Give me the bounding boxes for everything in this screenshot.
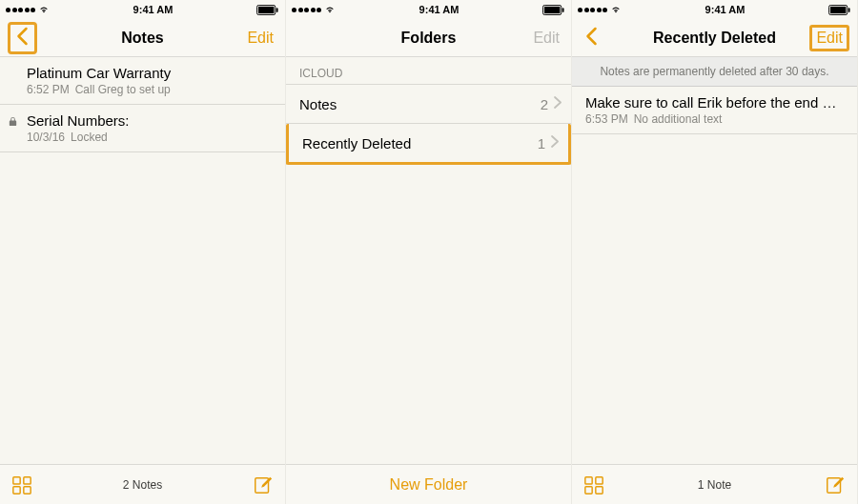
folder-count: 1 [538,135,545,151]
back-button[interactable] [580,25,603,51]
svg-rect-2 [276,8,278,12]
screen-notes-list: 9:41 AM Notes Edit Platinum Car Warranty… [0,0,286,504]
status-left [292,5,336,14]
svg-rect-5 [13,486,20,493]
note-item[interactable]: Serial Numbers: 10/3/16 Locked [0,105,285,152]
signal-dots-icon [578,8,607,12]
gallery-view-icon[interactable] [583,474,604,495]
chevron-right-icon [551,134,559,151]
deleted-list: Notes are permanently deleted after 30 d… [572,57,857,464]
notes-list: Platinum Car Warranty 6:52 PM Call Greg … [0,57,285,464]
status-bar: 9:41 AM [572,0,857,19]
note-title: Make sure to call Erik before the end of… [585,94,844,111]
svg-rect-10 [562,8,564,12]
deletion-banner: Notes are permanently deleted after 30 d… [572,57,857,87]
note-item[interactable]: Platinum Car Warranty 6:52 PM Call Greg … [0,57,285,105]
edit-button[interactable]: Edit [809,25,849,51]
battery-icon [828,5,851,15]
new-folder-button[interactable]: New Folder [286,476,571,494]
compose-icon[interactable] [253,474,274,495]
battery-icon [256,5,279,15]
svg-rect-9 [544,6,561,12]
note-time: 6:53 PM [585,112,628,126]
screen-folders: 9:41 AM Folders Edit ICLOUD Notes 2 Rece… [286,0,572,504]
status-left [6,5,50,14]
svg-rect-18 [827,477,841,493]
svg-rect-17 [596,486,603,493]
chevron-right-icon [554,95,562,112]
svg-rect-3 [13,476,20,483]
folder-count: 2 [541,96,548,112]
nav-bar: Recently Deleted Edit [572,19,857,57]
status-bar: 9:41 AM [0,0,285,19]
status-time: 9:41 AM [705,4,746,15]
wifi-icon [324,5,336,14]
status-left [578,5,622,14]
svg-rect-1 [258,6,275,12]
svg-rect-6 [24,486,31,493]
bottom-toolbar: New Folder [286,464,571,504]
folder-item-recently-deleted[interactable]: Recently Deleted 1 [286,124,571,165]
lock-icon [8,115,18,128]
status-time: 9:41 AM [133,4,174,15]
wifi-icon [38,5,50,14]
note-title: Serial Numbers: [27,112,272,129]
note-item[interactable]: Make sure to call Erik before the end of… [572,87,857,134]
svg-rect-13 [848,8,850,12]
folder-name: Notes [299,96,337,112]
svg-rect-4 [24,476,31,483]
bottom-toolbar: 1 Note [572,464,857,504]
signal-dots-icon [6,8,35,12]
signal-dots-icon [292,8,321,12]
edit-button[interactable]: Edit [529,28,563,49]
status-bar: 9:41 AM [286,0,571,19]
bottom-toolbar: 2 Notes [0,464,285,504]
wifi-icon [610,5,622,14]
folder-item-notes[interactable]: Notes 2 [286,84,571,124]
svg-rect-14 [585,476,592,483]
note-time: 10/3/16 [27,131,65,144]
folders-list: ICLOUD Notes 2 Recently Deleted 1 [286,57,571,464]
note-preview: Call Greg to set up [75,83,171,96]
svg-rect-12 [830,6,847,12]
note-title: Platinum Car Warranty [27,65,272,81]
section-header: ICLOUD [286,57,571,84]
battery-icon [542,5,565,15]
back-button[interactable] [8,22,37,54]
nav-bar: Notes Edit [0,19,285,57]
gallery-view-icon[interactable] [11,474,32,495]
note-time: 6:52 PM [27,83,70,96]
svg-rect-7 [255,477,269,493]
status-time: 9:41 AM [419,4,460,15]
nav-bar: Folders Edit [286,19,571,57]
svg-rect-15 [596,476,603,483]
edit-button[interactable]: Edit [243,28,277,49]
note-preview: Locked [71,131,108,144]
screen-recently-deleted: 9:41 AM Recently Deleted Edit Notes are … [572,0,858,504]
note-preview: No additional text [634,112,723,126]
svg-rect-16 [585,486,592,493]
folder-name: Recently Deleted [302,135,411,151]
compose-icon[interactable] [825,474,846,495]
